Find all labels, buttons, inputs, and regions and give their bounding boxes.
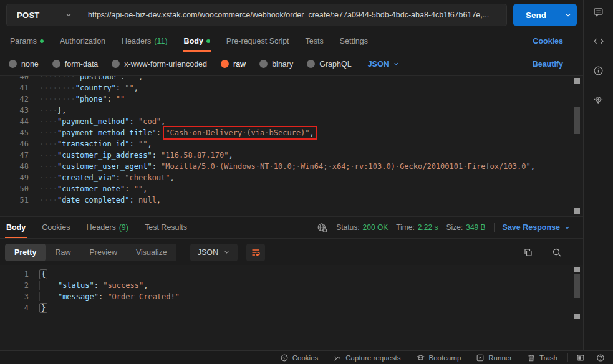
request-language-select[interactable]: JSON — [368, 60, 400, 69]
body-type-x-www-form-urlencoded[interactable]: x-www-form-urlencoded — [112, 60, 207, 69]
time-value: 2.22 s — [418, 223, 438, 232]
request-language-label: JSON — [368, 60, 389, 69]
response-toolbar-actions — [522, 246, 563, 259]
copy-icon[interactable] — [522, 246, 534, 259]
tab-body[interactable]: Body — [183, 30, 211, 52]
response-language-select[interactable]: JSON — [190, 244, 238, 261]
bottom-status-bar: CookiesCapture requestsBootcampRunnerTra… — [0, 350, 613, 364]
url-input[interactable]: https://api-oe-biz-dev.xstak.com/woocomm… — [80, 11, 506, 19]
panel-icon[interactable] — [571, 351, 591, 364]
request-body-editor[interactable]: 40········"postcode": "",41········"coun… — [0, 75, 583, 217]
request-editor-lines: 40········"postcode": "",41········"coun… — [0, 75, 583, 206]
code-line-49: 49····"created_via": "checkout", — [0, 172, 583, 183]
statusbar-capture-requests[interactable]: Capture requests — [326, 351, 408, 364]
help-icon[interactable] — [591, 351, 611, 364]
code-line-4: 4} — [0, 302, 583, 314]
view-label: Visualize — [136, 248, 167, 257]
code-line-47: 47····"customer_ip_address": "116.58.87.… — [0, 150, 583, 161]
size-label: Size: — [446, 223, 463, 232]
line-number: 40 — [0, 75, 39, 82]
body-type-none[interactable]: none — [9, 60, 39, 69]
annotation-highlight-box: "Cash·on·Delivery·(via·bSecure)", — [165, 128, 314, 137]
response-tab-headers[interactable]: Headers(9) — [85, 217, 130, 238]
wrap-line-button[interactable] — [246, 244, 265, 261]
tab-tests[interactable]: Tests — [304, 30, 325, 52]
info-icon[interactable] — [592, 64, 605, 77]
code-icon[interactable] — [592, 35, 605, 47]
code-line-48: 48····"customer_user_agent": "Mozilla/5.… — [0, 161, 583, 172]
body-type-form-data[interactable]: form-data — [52, 60, 99, 69]
radio-icon — [221, 60, 229, 68]
radio-label: x-www-form-urlencoded — [124, 60, 207, 69]
beautify-link[interactable]: Beautify — [533, 60, 563, 69]
divider — [494, 223, 495, 232]
tab-params[interactable]: Params — [9, 30, 45, 52]
line-number: 44 — [0, 116, 39, 127]
send-button[interactable]: Send — [513, 4, 577, 26]
radio-icon — [112, 60, 120, 68]
view-preview[interactable]: Preview — [80, 244, 126, 261]
tab-label: Authorization — [60, 37, 105, 46]
tab-label: Body — [6, 223, 26, 232]
time-badge: Time: 2.22 s — [396, 223, 438, 232]
line-number: 51 — [0, 194, 39, 206]
comment-icon[interactable] — [592, 6, 605, 18]
tab-headers[interactable]: Headers(11) — [120, 30, 169, 52]
method-select[interactable]: POST — [7, 4, 80, 26]
view-pretty[interactable]: Pretty — [5, 244, 46, 261]
response-scrollbar[interactable] — [573, 267, 581, 319]
response-tab-test-results[interactable]: Test Results — [143, 217, 188, 238]
request-editor-scrollbar[interactable] — [573, 78, 581, 214]
statusbar-label: Runner — [488, 354, 512, 362]
tab-count: (9) — [119, 223, 128, 232]
send-options-button[interactable] — [559, 4, 577, 26]
bootcamp-icon — [416, 353, 425, 362]
tab-label: Settings — [340, 37, 368, 46]
response-header-row: BodyCookiesHeaders(9)Test Results Status… — [0, 216, 583, 239]
line-number: 4 — [0, 302, 39, 314]
body-type-raw[interactable]: raw — [221, 60, 246, 69]
response-tabs: BodyCookiesHeaders(9)Test Results — [5, 217, 202, 238]
response-tab-body[interactable]: Body — [5, 217, 27, 238]
radio-icon — [52, 60, 60, 68]
request-scrollbar-thumb[interactable] — [574, 107, 580, 134]
response-language-label: JSON — [198, 248, 218, 257]
tab-pre-request-script[interactable]: Pre-request Script — [225, 30, 291, 52]
statusbar-cookies[interactable]: Cookies — [273, 351, 326, 364]
right-sidebar — [583, 0, 613, 350]
response-tab-cookies[interactable]: Cookies — [41, 217, 71, 238]
cookies-link[interactable]: Cookies — [533, 37, 563, 46]
status-label: Status: — [336, 223, 359, 232]
tab-authorization[interactable]: Authorization — [59, 30, 107, 52]
save-response-button[interactable]: Save Response — [503, 223, 571, 232]
code-line-3: 3 "message": "Order Created!" — [0, 291, 583, 302]
tab-label: Headers — [86, 223, 115, 232]
tab-label: Params — [10, 37, 37, 46]
body-type-graphql[interactable]: GraphQL — [307, 60, 351, 69]
statusbar-bootcamp[interactable]: Bootcamp — [408, 351, 469, 364]
response-scrollbar-thumb[interactable] — [574, 274, 580, 298]
bulb-icon[interactable] — [592, 93, 605, 106]
body-type-binary[interactable]: binary — [259, 60, 293, 69]
radio-icon — [307, 60, 315, 68]
line-number: 50 — [0, 183, 39, 194]
statusbar-trash[interactable]: Trash — [519, 351, 565, 364]
network-globe-icon[interactable] — [316, 221, 328, 234]
tab-label: Tests — [306, 37, 324, 46]
view-visualize[interactable]: Visualize — [127, 244, 176, 261]
tab-label: Test Results — [145, 223, 187, 232]
response-view-switcher: PrettyRawPreviewVisualize — [5, 244, 176, 261]
code-line-44: 44····"payment_method": "cod", — [0, 116, 583, 127]
view-raw[interactable]: Raw — [46, 244, 80, 261]
tab-label: Cookies — [42, 223, 70, 232]
line-number: 48 — [0, 161, 39, 172]
statusbar-runner[interactable]: Runner — [468, 351, 519, 364]
response-body-viewer[interactable]: 1{2 "status": "success",3 "message": "Or… — [0, 265, 583, 350]
statusbar-label: Cookies — [292, 354, 319, 362]
tab-settings[interactable]: Settings — [339, 30, 369, 52]
line-number: 2 — [0, 280, 39, 291]
view-label: Raw — [55, 248, 70, 257]
response-meta: Status: 200 OK Time: 2.22 s Size: 349 B … — [316, 221, 571, 234]
search-icon[interactable] — [551, 246, 563, 259]
code-line-2: 2 "status": "success", — [0, 280, 583, 291]
